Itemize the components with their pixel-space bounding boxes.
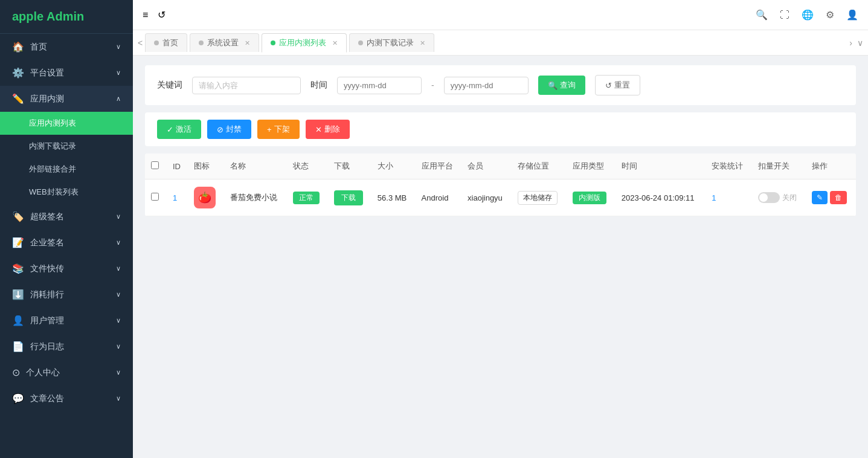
- sidebar-subitem-web-package[interactable]: WEB封装列表: [0, 181, 133, 204]
- sidebar-subitem-beta-download[interactable]: 内测下载记录: [0, 135, 133, 158]
- row-time: 2023-06-24 01:09:11: [616, 179, 706, 216]
- sidebar-item-app-beta[interactable]: ✏️ 应用内测 ∧: [0, 86, 133, 112]
- tab-system-close[interactable]: ✕: [245, 39, 250, 47]
- sidebar-item-article-notice-label: 文章公告: [30, 393, 64, 404]
- row-name: 番茄免费小说: [224, 179, 287, 216]
- tab-system-settings[interactable]: 系统设置 ✕: [190, 33, 259, 52]
- data-table: ID 图标 名称 状态 下载 大小 应用平台 会员 存储位置 应用类型 时间 安…: [145, 153, 856, 216]
- th-toggle: 扣量开关: [752, 153, 806, 179]
- toggle-label: 关闭: [782, 193, 797, 203]
- chevron-personal-center: ∨: [116, 369, 121, 376]
- user-icon[interactable]: 👤: [846, 9, 858, 21]
- sidebar-item-user-mgmt[interactable]: 👤 用户管理 ∨: [0, 308, 133, 334]
- row-checkbox[interactable]: [151, 193, 159, 201]
- sidebar-logo: apple Admin: [0, 0, 133, 34]
- user-mgmt-icon: 👤: [12, 315, 24, 326]
- th-checkbox: [145, 153, 167, 179]
- platform-icon: ⚙️: [12, 67, 24, 79]
- th-name: 名称: [224, 153, 287, 179]
- tab-beta-download-close[interactable]: ✕: [420, 39, 425, 47]
- th-storage: 存储位置: [512, 153, 567, 179]
- select-all-checkbox[interactable]: [151, 161, 159, 169]
- row-delete-button[interactable]: 🗑: [830, 191, 847, 204]
- search-icon[interactable]: 🔍: [756, 9, 768, 21]
- delete-button[interactable]: ✕ 删除: [306, 120, 350, 139]
- action-bar: ✓ 激活 ⊘ 封禁 + 下架 ✕ 删除: [145, 112, 856, 146]
- date-start-input[interactable]: [337, 77, 422, 94]
- refresh-icon[interactable]: ↺: [158, 9, 166, 21]
- app-type-badge: 内测版: [573, 192, 606, 204]
- chevron-super-sign: ∨: [116, 213, 121, 221]
- row-storage: 本地储存: [512, 179, 567, 216]
- row-checkbox-cell: [145, 179, 167, 216]
- chevron-article-notice: ∨: [116, 395, 121, 402]
- sidebar-item-user-mgmt-label: 用户管理: [30, 315, 64, 326]
- date-end-input[interactable]: [444, 77, 529, 94]
- tab-nav-next[interactable]: ›: [849, 38, 852, 48]
- sidebar-item-enterprise-sign-label: 企业签名: [30, 237, 64, 248]
- tab-app-beta-close[interactable]: ✕: [332, 39, 338, 47]
- row-platform: Android: [416, 179, 461, 216]
- sidebar-subitem-app-beta-list[interactable]: 应用内测列表: [0, 112, 133, 135]
- reset-button[interactable]: ↺ 重置: [595, 75, 640, 95]
- sidebar-item-home[interactable]: 🏠 首页 ∨: [0, 34, 133, 60]
- topbar: ≡ ↺ 🔍 ⛶ 🌐 ⚙ 👤: [133, 0, 868, 30]
- tab-app-beta-list[interactable]: 应用内测列表 ✕: [262, 33, 347, 53]
- settings-icon[interactable]: ⚙: [826, 9, 834, 21]
- sidebar-subitem-external-link[interactable]: 外部链接合并: [0, 158, 133, 181]
- toggle-knob: [759, 193, 768, 202]
- sidebar-item-personal-center[interactable]: ⊙ 个人中心 ∨: [0, 360, 133, 385]
- th-id: ID: [167, 153, 188, 179]
- toggle-switch[interactable]: [758, 192, 780, 203]
- activate-label: 激活: [176, 124, 191, 135]
- sidebar-item-super-sign[interactable]: 🏷️ 超级签名 ∨: [0, 204, 133, 230]
- delete-label: 删除: [324, 124, 340, 135]
- delete-icon: ✕: [315, 125, 322, 134]
- home-icon: 🏠: [12, 41, 24, 53]
- shelf-icon: +: [267, 125, 272, 134]
- sidebar-item-personal-center-label: 个人中心: [26, 367, 60, 378]
- sidebar-item-platform[interactable]: ⚙️ 平台设置 ∨: [0, 60, 133, 86]
- download-button[interactable]: 下载: [334, 190, 363, 205]
- table-row: 1 🍅 番茄免费小说 正常 下载: [145, 179, 856, 216]
- date-separator: -: [431, 80, 434, 90]
- sidebar-item-article-notice[interactable]: 💬 文章公告 ∨: [0, 385, 133, 411]
- install-count-link[interactable]: 1: [712, 193, 716, 202]
- tab-nav-dropdown[interactable]: ∨: [857, 38, 863, 48]
- sidebar-menu: 🏠 首页 ∨ ⚙️ 平台设置 ∨ ✏️ 应用内测 ∧ 应用内测列表 内测下载记录: [0, 34, 133, 458]
- row-size: 56.3 MB: [371, 179, 416, 216]
- search-button[interactable]: 🔍 查询: [538, 76, 585, 95]
- chevron-user-mgmt: ∨: [116, 317, 121, 324]
- activate-button[interactable]: ✓ 激活: [157, 120, 201, 139]
- menu-toggle-icon[interactable]: ≡: [143, 10, 148, 21]
- edit-button[interactable]: ✎: [812, 191, 828, 204]
- sidebar-item-consume-rank[interactable]: ⬇️ 消耗排行 ∨: [0, 282, 133, 308]
- sidebar-item-enterprise-sign[interactable]: 📝 企业签名 ∨: [0, 230, 133, 256]
- ban-button[interactable]: ⊘ 封禁: [207, 120, 251, 139]
- sidebar-item-file-transfer[interactable]: 📚 文件快传 ∨: [0, 256, 133, 282]
- row-member: xiaojingyu: [461, 179, 512, 216]
- keyword-label: 关键词: [157, 80, 182, 91]
- sidebar-item-behavior-log[interactable]: 📄 行为日志 ∨: [0, 334, 133, 360]
- row-id-link[interactable]: 1: [173, 193, 177, 202]
- tab-nav-prev[interactable]: <: [138, 38, 143, 48]
- sidebar-item-platform-label: 平台设置: [30, 68, 64, 79]
- sidebar-item-consume-rank-label: 消耗排行: [30, 289, 64, 300]
- main-content: ≡ ↺ 🔍 ⛶ 🌐 ⚙ 👤 < 首页 系统设置 ✕ 应用内测列表 ✕: [133, 0, 868, 458]
- tabs-bar: < 首页 系统设置 ✕ 应用内测列表 ✕ 内测下载记录 ✕ › ∨: [133, 30, 868, 56]
- chevron-behavior-log: ∨: [116, 343, 121, 350]
- search-btn-label: 查询: [560, 80, 576, 91]
- keyword-input[interactable]: [192, 77, 301, 94]
- tab-system-dot: [199, 40, 204, 45]
- tab-home[interactable]: 首页: [145, 33, 187, 52]
- row-operations: ✎ 🗑: [806, 179, 856, 216]
- th-member: 会员: [461, 153, 512, 179]
- th-icon: 图标: [188, 153, 223, 179]
- shelf-button[interactable]: + 下架: [257, 120, 300, 139]
- status-badge: 正常: [293, 192, 320, 204]
- tab-beta-download[interactable]: 内测下载记录 ✕: [349, 33, 434, 52]
- globe-icon[interactable]: 🌐: [802, 9, 814, 21]
- sidebar: apple Admin 🏠 首页 ∨ ⚙️ 平台设置 ∨ ✏️ 应用内测 ∧ 应…: [0, 0, 133, 458]
- chevron-platform: ∨: [116, 69, 121, 77]
- fullscreen-icon[interactable]: ⛶: [780, 10, 789, 21]
